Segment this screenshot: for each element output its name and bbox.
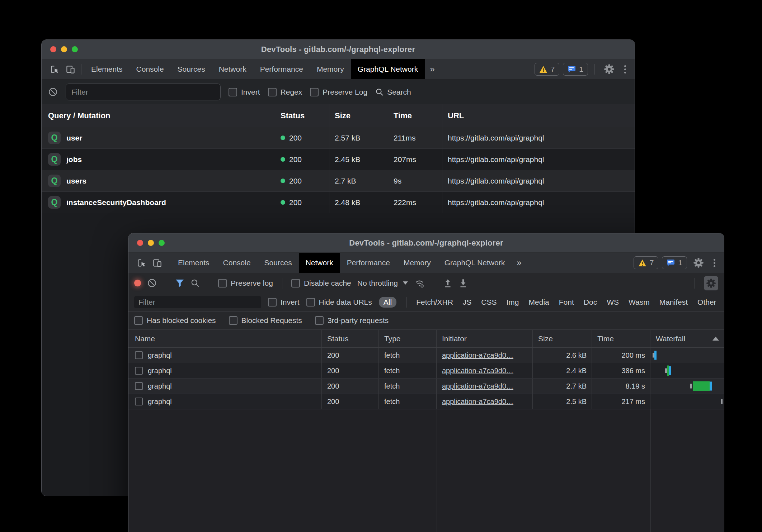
third-party-requests-checkbox[interactable]: [315, 316, 324, 325]
filter-chip-css[interactable]: CSS: [481, 298, 497, 307]
inspect-element-icon[interactable]: [133, 255, 149, 271]
table-row[interactable]: graphql 200 fetch application-a7ca9d0… 2…: [128, 348, 724, 363]
more-tabs-icon[interactable]: »: [512, 258, 526, 268]
col-status[interactable]: Status: [322, 330, 379, 347]
more-tabs-icon[interactable]: »: [425, 64, 439, 74]
filter-chip-js[interactable]: JS: [463, 298, 472, 307]
filter-chip-all[interactable]: All: [379, 297, 396, 308]
col-size[interactable]: Size: [329, 104, 388, 127]
minimize-button[interactable]: [148, 240, 154, 246]
close-button[interactable]: [137, 240, 143, 246]
column-separator[interactable]: [650, 409, 651, 532]
table-row[interactable]: QinstanceSecurityDashboard 200 2.48 kB 2…: [42, 192, 635, 213]
tab-network[interactable]: Network: [212, 59, 253, 79]
col-size[interactable]: Size: [533, 330, 592, 347]
inspect-element-icon[interactable]: [47, 61, 62, 77]
filter-chip-fetch-xhr[interactable]: Fetch/XHR: [416, 298, 453, 307]
initiator-link[interactable]: application-a7ca9d0…: [442, 398, 513, 406]
col-type[interactable]: Type: [379, 330, 437, 347]
column-separator[interactable]: [533, 409, 533, 532]
blocked-requests-checkbox-group[interactable]: Blocked Requests: [229, 316, 302, 325]
tab-sources[interactable]: Sources: [171, 59, 212, 79]
filter-chip-img[interactable]: Img: [507, 298, 519, 307]
tab-graphql-network[interactable]: GraphQL Network: [438, 253, 512, 273]
has-blocked-cookies-checkbox-group[interactable]: Has blocked cookies: [134, 316, 216, 325]
invert-checkbox-group[interactable]: Invert: [229, 88, 260, 96]
third-party-requests-checkbox-group[interactable]: 3rd-party requests: [315, 316, 389, 325]
filter-chip-wasm[interactable]: Wasm: [629, 298, 650, 307]
preserve-log-checkbox-group[interactable]: Preserve Log: [310, 88, 367, 96]
zoom-button[interactable]: [72, 46, 78, 52]
initiator-link[interactable]: application-a7ca9d0…: [442, 382, 513, 390]
tab-elements[interactable]: Elements: [84, 59, 130, 79]
minimize-button[interactable]: [61, 46, 67, 52]
column-separator[interactable]: [322, 409, 322, 532]
filter-chip-font[interactable]: Font: [559, 298, 574, 307]
table-row[interactable]: graphql 200 fetch application-a7ca9d0… 2…: [128, 394, 724, 409]
table-row[interactable]: Qusers 200 2.7 kB 9s https://gitlab.com/…: [42, 170, 635, 192]
issues-badge[interactable]: 1: [662, 256, 687, 269]
filter-chip-manifest[interactable]: Manifest: [659, 298, 688, 307]
tab-memory[interactable]: Memory: [310, 59, 351, 79]
record-button[interactable]: [134, 280, 141, 286]
tab-elements[interactable]: Elements: [171, 253, 216, 273]
filter-chip-other[interactable]: Other: [697, 298, 716, 307]
preserve-log-checkbox[interactable]: [310, 88, 319, 96]
network-settings-button[interactable]: [704, 276, 718, 290]
disable-cache-checkbox-group[interactable]: Disable cache: [291, 279, 351, 288]
preserve-log-checkbox[interactable]: [218, 279, 227, 288]
clear-icon[interactable]: [48, 87, 58, 97]
filter-chip-ws[interactable]: WS: [607, 298, 619, 307]
disable-cache-checkbox[interactable]: [291, 279, 300, 288]
network-filter-input[interactable]: [134, 296, 261, 308]
zoom-button[interactable]: [159, 240, 165, 246]
import-har-icon[interactable]: [443, 279, 452, 288]
tab-console[interactable]: Console: [216, 253, 258, 273]
throttling-select[interactable]: No throttling: [357, 279, 408, 288]
row-checkbox[interactable]: [135, 367, 143, 375]
filter-funnel-icon[interactable]: [175, 279, 184, 288]
column-separator[interactable]: [437, 409, 437, 532]
waterfall-cell[interactable]: [650, 348, 724, 363]
titlebar[interactable]: DevTools - gitlab.com/-/graphql-explorer: [128, 233, 724, 253]
titlebar[interactable]: DevTools - gitlab.com/-/graphql-explorer: [42, 40, 635, 59]
col-time[interactable]: Time: [592, 330, 650, 347]
table-row[interactable]: Quser 200 2.57 kB 211ms https://gitlab.c…: [42, 127, 635, 149]
row-checkbox[interactable]: [135, 351, 143, 359]
settings-gear-icon[interactable]: [691, 255, 706, 271]
blocked-requests-checkbox[interactable]: [229, 316, 237, 325]
col-waterfall[interactable]: Waterfall: [650, 330, 724, 347]
invert-checkbox[interactable]: [229, 88, 237, 96]
invert-checkbox-group[interactable]: Invert: [268, 298, 300, 307]
export-har-icon[interactable]: [458, 279, 468, 288]
filter-chip-doc[interactable]: Doc: [584, 298, 597, 307]
regex-checkbox-group[interactable]: Regex: [268, 88, 302, 96]
table-row[interactable]: graphql 200 fetch application-a7ca9d0… 2…: [128, 379, 724, 394]
preserve-log-checkbox-group[interactable]: Preserve log: [218, 279, 273, 288]
tab-performance[interactable]: Performance: [340, 253, 397, 273]
tab-performance[interactable]: Performance: [253, 59, 310, 79]
network-search-icon[interactable]: [190, 279, 200, 288]
row-checkbox[interactable]: [135, 398, 143, 405]
col-name[interactable]: Name: [128, 330, 322, 347]
table-row[interactable]: Qjobs 200 2.45 kB 207ms https://gitlab.c…: [42, 149, 635, 170]
tab-memory[interactable]: Memory: [397, 253, 438, 273]
hide-data-urls-checkbox[interactable]: [306, 298, 315, 307]
column-separator[interactable]: [592, 409, 592, 532]
col-status[interactable]: Status: [275, 104, 329, 127]
issues-badge[interactable]: 1: [563, 63, 588, 76]
kebab-menu-icon[interactable]: [710, 259, 719, 267]
col-url[interactable]: URL: [442, 104, 635, 127]
tab-graphql-network[interactable]: GraphQL Network: [351, 59, 425, 79]
filter-input[interactable]: [66, 84, 221, 100]
kebab-menu-icon[interactable]: [621, 65, 630, 73]
initiator-link[interactable]: application-a7ca9d0…: [442, 351, 513, 360]
clear-icon[interactable]: [147, 278, 157, 288]
settings-gear-icon[interactable]: [601, 61, 617, 77]
search-button[interactable]: Search: [375, 88, 411, 96]
row-checkbox[interactable]: [135, 382, 143, 390]
tab-sources[interactable]: Sources: [258, 253, 299, 273]
initiator-link[interactable]: application-a7ca9d0…: [442, 367, 513, 375]
invert-checkbox[interactable]: [268, 298, 277, 307]
table-row[interactable]: graphql 200 fetch application-a7ca9d0… 2…: [128, 363, 724, 379]
